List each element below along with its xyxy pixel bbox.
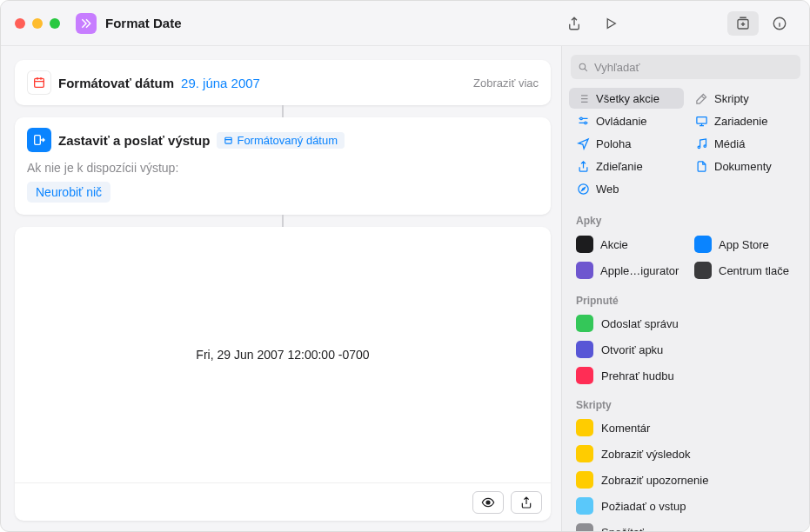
svg-point-7 (579, 117, 582, 120)
format-date-action[interactable]: Formátovať dátum 29. júna 2007 Zobraziť … (15, 60, 551, 105)
connector (282, 105, 284, 117)
library-toggle-button[interactable] (727, 11, 759, 36)
app-item[interactable]: Apple…igurator (569, 258, 684, 283)
action-icon (576, 315, 593, 332)
svg-rect-3 (35, 136, 41, 145)
category-label: Médiá (714, 137, 745, 150)
show-more-button[interactable]: Zobraziť viac (473, 76, 539, 90)
connector (282, 215, 284, 227)
category-label: Všetky akcie (596, 92, 659, 105)
app-item[interactable]: Centrum tlače (687, 258, 802, 283)
exit-icon (27, 128, 51, 152)
safari-icon (576, 182, 590, 196)
stop-output-action[interactable]: Zastaviť a poslať výstup Formátovaný dát… (15, 117, 551, 215)
knobs-icon (576, 114, 590, 128)
app-label: Akcie (600, 238, 628, 251)
app-label: App Store (719, 238, 769, 251)
action-icon (576, 523, 593, 531)
share-icon (576, 159, 590, 173)
category-item[interactable]: Všetky akcie (569, 88, 684, 109)
category-item[interactable]: Médiá (687, 133, 802, 154)
svg-rect-2 (35, 78, 44, 87)
action-item[interactable]: Spočítať (562, 519, 809, 531)
nav-icon (576, 136, 590, 150)
info-button[interactable] (764, 11, 795, 36)
shortcut-icon (76, 13, 97, 34)
no-output-label: Ak nie je k dispozícii výstup: (27, 161, 539, 175)
action-label: Spočítať (601, 526, 644, 532)
category-label: Zdieľanie (596, 160, 643, 173)
action-icon (576, 497, 593, 515)
section-scripts: Skripty (562, 396, 809, 415)
action-item[interactable]: Zobraziť výsledok (562, 441, 809, 467)
section-pinned: Pripnuté (562, 291, 809, 310)
category-item[interactable]: Web (569, 178, 684, 199)
quicklook-button[interactable] (472, 491, 504, 514)
action-label: Zobraziť výsledok (601, 448, 690, 461)
share-output-button[interactable] (511, 491, 542, 514)
action-label: Zobraziť upozornenie (601, 474, 708, 487)
action-item[interactable]: Odoslať správu (562, 310, 809, 336)
svg-point-5 (486, 501, 490, 504)
app-item[interactable]: App Store (687, 232, 802, 256)
action-item[interactable]: Požiadať o vstup (562, 493, 809, 519)
app-label: Apple…igurator (600, 264, 679, 277)
category-label: Dokumenty (714, 160, 772, 173)
output-preview: Fri, 29 Jun 2007 12:00:00 -0700 (15, 227, 551, 521)
minimize-window-button[interactable] (32, 18, 43, 29)
category-label: Skripty (714, 92, 749, 105)
category-item[interactable]: Zdieľanie (569, 156, 684, 176)
svg-point-8 (584, 122, 586, 124)
action-icon (576, 419, 593, 436)
app-item[interactable]: Akcie (569, 232, 684, 256)
run-button[interactable] (595, 11, 626, 36)
action-icon (576, 471, 593, 489)
action-label: Odoslať správu (601, 317, 679, 330)
action-label: Požiadať o vstup (601, 500, 686, 513)
doc-icon (694, 159, 708, 173)
action-item[interactable]: Prehrať hudbu (562, 362, 809, 389)
actions-sidebar: Vyhľadať Všetky akcieSkriptyOvládanieZar… (561, 46, 809, 531)
music-icon (694, 136, 708, 150)
calendar-icon (27, 70, 51, 95)
svg-rect-4 (225, 137, 231, 143)
desktop-icon (694, 114, 708, 128)
action-label: Zastaviť a poslať výstup (58, 133, 210, 148)
search-icon (578, 62, 589, 73)
date-value-token[interactable]: 29. júna 2007 (181, 76, 260, 90)
category-item[interactable]: Ovládanie (569, 110, 684, 131)
formatted-date-variable[interactable]: Formátovaný dátum (217, 132, 345, 149)
app-icon (576, 262, 593, 279)
category-label: Zariadenie (714, 115, 767, 128)
category-item[interactable]: Skripty (687, 88, 802, 109)
share-button[interactable] (559, 11, 590, 36)
category-item[interactable]: Dokumenty (687, 156, 802, 176)
search-placeholder: Vyhľadať (594, 61, 639, 74)
app-label: Centrum tlače (719, 264, 789, 277)
app-icon (694, 262, 712, 279)
action-item[interactable]: Zobraziť upozornenie (562, 467, 809, 493)
zoom-window-button[interactable] (50, 18, 60, 29)
app-icon (576, 236, 593, 253)
search-input[interactable]: Vyhľadať (571, 55, 800, 79)
app-icon (694, 236, 712, 253)
category-item[interactable]: Zariadenie (687, 110, 802, 131)
action-item[interactable]: Komentár (562, 415, 809, 441)
action-item[interactable]: Otvoriť apku (562, 336, 809, 362)
svg-point-6 (579, 63, 586, 70)
category-label: Poloha (596, 137, 631, 150)
close-window-button[interactable] (15, 18, 25, 29)
category-item[interactable]: Poloha (569, 133, 684, 154)
action-icon (576, 341, 593, 358)
action-icon (576, 445, 593, 462)
svg-point-12 (578, 183, 587, 193)
svg-point-10 (698, 146, 700, 149)
action-label: Otvoriť apku (601, 343, 663, 356)
window-controls (15, 18, 60, 29)
titlebar: Format Date (1, 1, 809, 46)
action-label: Prehrať hudbu (601, 369, 674, 382)
list-icon (576, 91, 590, 105)
action-label: Formátovať dátum (58, 76, 174, 90)
editor-canvas: Formátovať dátum 29. júna 2007 Zobraziť … (1, 46, 561, 531)
no-output-choice[interactable]: Neurobiť nič (27, 182, 110, 203)
